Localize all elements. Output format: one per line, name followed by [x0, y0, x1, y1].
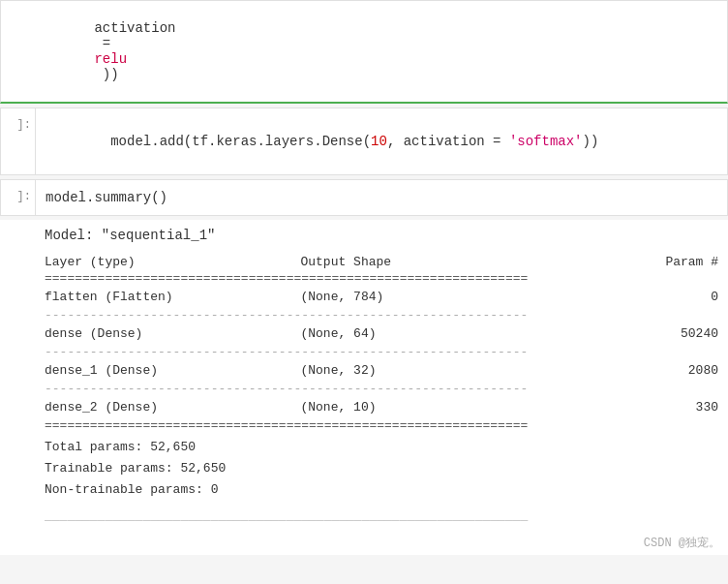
table-row-dense: dense (Dense) (None, 64) 50240: [45, 323, 718, 345]
single-sep-row-3: ----------------------------------------…: [45, 382, 718, 396]
param-flatten: 0: [516, 286, 718, 308]
layer-dense: dense (Dense): [45, 323, 300, 345]
code-line-summary: model.summary(): [46, 190, 167, 205]
summary-table: Layer (type) Output Shape Param # ======…: [45, 253, 718, 433]
code-text-relu: relu: [94, 51, 127, 67]
code-area[interactable]: model.add(tf.keras.layers.Dense(10, acti…: [36, 108, 727, 174]
cell-summary: ]: model.summary(): [0, 179, 728, 216]
code-text-activation: activation: [94, 20, 175, 36]
cell-dense-softmax: ]: model.add(tf.keras.layers.Dense(10, a…: [0, 108, 728, 175]
table-row-flatten: flatten (Flatten) (None, 784) 0: [45, 286, 718, 308]
single-sep-3: ----------------------------------------…: [45, 382, 718, 396]
cell-partial: activation = relu )): [0, 0, 728, 104]
single-sep-2-line: ----------------------------------------…: [45, 345, 718, 359]
code-comma-act: , activation =: [387, 134, 509, 149]
param-dense: 50240: [516, 323, 718, 345]
single-sep-2: ----------------------------------------…: [45, 345, 718, 359]
cell-summary-prompt: ]:: [1, 180, 36, 215]
model-name-label: Model:: [45, 228, 102, 243]
layer-flatten: flatten (Flatten): [45, 286, 300, 308]
model-name-value: "sequential_1": [102, 228, 216, 243]
summary-code-area[interactable]: model.summary(): [36, 180, 727, 215]
layer-dense-2: dense_2 (Dense): [45, 396, 300, 418]
col-header-param: Param #: [516, 253, 718, 271]
single-sep-row-1: ----------------------------------------…: [45, 308, 718, 323]
col-header-layer: Layer (type): [45, 253, 300, 271]
code-text-close: )): [94, 67, 118, 82]
single-sep-1: ----------------------------------------…: [45, 308, 718, 323]
trainable-params: Trainable params: 52,650: [45, 458, 718, 479]
total-params: Total params: 52,650: [45, 437, 718, 458]
cell-prompt: ]:: [1, 108, 36, 174]
double-sep-top: ========================================…: [45, 271, 718, 286]
single-sep-1-line: ----------------------------------------…: [45, 308, 718, 323]
double-sep-bottom: ========================================…: [45, 418, 718, 433]
double-sep-row-bottom: ========================================…: [45, 418, 718, 433]
double-sep-bottom-line: ========================================…: [45, 418, 718, 433]
param-dense-1: 2080: [516, 359, 718, 382]
code-text-equals: =: [94, 36, 118, 51]
code-model-add: model.add(tf.keras.layers.Dense(: [110, 134, 371, 149]
code-num-10: 10: [371, 134, 387, 149]
code-partial: activation = relu )): [46, 20, 175, 98]
param-dense-2: 330: [516, 396, 718, 418]
shape-dense: (None, 64): [300, 323, 516, 345]
shape-dense-1: (None, 32): [300, 359, 516, 382]
table-row-dense-1: dense_1 (Dense) (None, 32) 2080: [45, 359, 718, 382]
code-line-softmax: model.add(tf.keras.layers.Dense(10, acti…: [46, 134, 598, 165]
model-name-line: Model: "sequential_1": [45, 228, 718, 243]
single-sep-row-2: ----------------------------------------…: [45, 345, 718, 359]
notebook: activation = relu )) ]: model.add(tf.ker…: [0, 0, 728, 584]
summary-prompt-label: ]:: [17, 190, 31, 203]
table-header-row: Layer (type) Output Shape Param #: [45, 253, 718, 271]
shape-flatten: (None, 784): [300, 286, 516, 308]
output-area: Model: "sequential_1" Layer (type) Outpu…: [0, 220, 728, 531]
code-close-paren: )): [583, 134, 599, 149]
watermark: CSDN @独宠。: [0, 531, 728, 555]
non-trainable-params: Non-trainable params: 0: [45, 479, 718, 501]
single-sep-3-line: ----------------------------------------…: [45, 382, 718, 396]
code-str-softmax: 'softmax': [509, 134, 583, 149]
double-sep-row: ========================================…: [45, 271, 718, 286]
summary-footer: Total params: 52,650 Trainable params: 5…: [45, 437, 718, 501]
shape-dense-2: (None, 10): [300, 396, 516, 418]
double-sep-top-line: ========================================…: [45, 271, 718, 286]
bottom-sep: ________________________________________…: [45, 508, 718, 523]
prompt-label: ]:: [17, 118, 31, 132]
layer-dense-1: dense_1 (Dense): [45, 359, 300, 382]
col-header-shape: Output Shape: [300, 253, 516, 271]
table-row-dense-2: dense_2 (Dense) (None, 10) 330: [45, 396, 718, 418]
